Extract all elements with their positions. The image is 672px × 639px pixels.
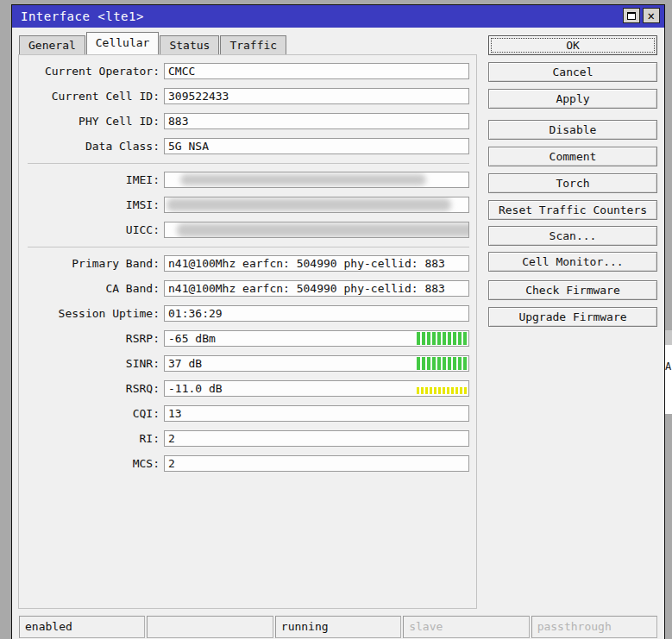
field-label: UICC: <box>19 222 164 238</box>
cellular-fields-panel: Current Operator: CMCC Current Cell ID: … <box>18 54 477 609</box>
desktop-background: Interface <lte1> ✕ General Cellular Stat… <box>0 0 672 639</box>
field-label: IMSI: <box>19 197 164 213</box>
redacted-value <box>177 223 469 237</box>
field-row: UICC: <box>19 222 469 238</box>
primary-band-input[interactable]: n41@100Mhz earfcn: 504990 phy-cellid: 88… <box>164 255 469 272</box>
disable-button[interactable]: Disable <box>488 120 657 140</box>
background-window-peek: A <box>665 330 672 414</box>
status-bar: enabled running slave passthrough <box>19 616 657 638</box>
status-slave: slave <box>403 616 529 638</box>
redacted-value <box>166 198 451 211</box>
field-value: 883 <box>168 115 188 128</box>
field-value: 309522433 <box>168 90 229 103</box>
maximize-button[interactable] <box>623 8 640 23</box>
imei-input[interactable] <box>164 172 469 188</box>
phy-cell-id-input[interactable]: 883 <box>164 113 469 129</box>
tab-general[interactable]: General <box>19 35 85 54</box>
sinr-signal-bars <box>417 357 467 370</box>
field-row: Current Operator: CMCC <box>19 63 469 79</box>
field-row: RSRQ: -11.0 dB <box>19 380 469 397</box>
rsrp-signal-bars <box>417 332 467 345</box>
section-divider <box>28 247 469 247</box>
field-row: Current Cell ID: 309522433 <box>19 88 469 104</box>
field-row: RSRP: -65 dBm <box>19 330 469 347</box>
field-label: SINR: <box>19 355 164 372</box>
field-value: 2 <box>168 457 175 470</box>
field-row: CA Band: n41@100Mhz earfcn: 504990 phy-c… <box>19 280 469 297</box>
window-title: Interface <lte1> <box>21 9 144 23</box>
upgrade-firmware-button[interactable]: Upgrade Firmware <box>488 307 657 327</box>
field-label: Session Uptime: <box>19 305 164 322</box>
tab-traffic[interactable]: Traffic <box>220 35 286 54</box>
field-row: IMSI: <box>19 197 469 213</box>
imsi-input[interactable] <box>164 197 469 213</box>
cancel-button[interactable]: Cancel <box>488 62 657 82</box>
field-value: -65 dBm <box>168 332 216 345</box>
session-uptime-input[interactable]: 01:36:29 <box>164 305 469 322</box>
data-class-input[interactable]: 5G NSA <box>164 138 469 154</box>
field-row: Primary Band: n41@100Mhz earfcn: 504990 … <box>19 255 469 272</box>
field-value: 2 <box>168 432 175 445</box>
current-operator-input[interactable]: CMCC <box>164 63 469 79</box>
field-label: RI: <box>19 430 164 447</box>
interface-window: Interface <lte1> ✕ General Cellular Stat… <box>11 4 665 639</box>
sinr-input[interactable]: 37 dB <box>164 355 469 372</box>
ri-input[interactable]: 2 <box>164 430 469 447</box>
status-enabled: enabled <box>19 616 145 638</box>
torch-button[interactable]: Torch <box>488 173 657 193</box>
background-window-text: A <box>665 345 672 414</box>
tab-status[interactable]: Status <box>160 35 219 54</box>
field-value: 5G NSA <box>168 140 209 153</box>
rsrq-signal-bars <box>417 387 467 394</box>
field-value: n41@100Mhz earfcn: 504990 phy-cellid: 88… <box>168 282 445 295</box>
rsrq-input[interactable]: -11.0 dB <box>164 380 469 397</box>
ca-band-input[interactable]: n41@100Mhz earfcn: 504990 phy-cellid: 88… <box>164 280 469 297</box>
uicc-input[interactable] <box>164 222 469 238</box>
field-value: 01:36:29 <box>168 307 223 320</box>
field-label: MCS: <box>19 455 164 472</box>
field-label: CA Band: <box>19 280 164 297</box>
redacted-value <box>180 174 426 185</box>
status-empty <box>147 616 273 638</box>
field-row: RI: 2 <box>19 430 469 447</box>
field-row: SINR: 37 dB <box>19 355 469 372</box>
status-passthrough: passthrough <box>531 616 657 638</box>
field-label: Data Class: <box>19 138 164 154</box>
field-row: PHY Cell ID: 883 <box>19 113 469 129</box>
field-label: PHY Cell ID: <box>19 113 164 129</box>
close-button[interactable]: ✕ <box>643 8 660 23</box>
section-divider <box>28 163 469 164</box>
cqi-input[interactable]: 13 <box>164 405 469 422</box>
current-cell-id-input[interactable]: 309522433 <box>164 88 469 104</box>
check-firmware-button[interactable]: Check Firmware <box>488 280 657 300</box>
comment-button[interactable]: Comment <box>488 147 657 166</box>
tab-bar: General Cellular Status Traffic <box>19 32 287 54</box>
window-titlebar[interactable]: Interface <lte1> ✕ <box>12 5 664 28</box>
mcs-input[interactable]: 2 <box>164 455 469 472</box>
field-row: MCS: 2 <box>19 455 469 472</box>
field-row: Data Class: 5G NSA <box>19 138 469 154</box>
apply-button[interactable]: Apply <box>488 89 657 109</box>
status-running: running <box>275 616 401 638</box>
field-label: Current Cell ID: <box>19 88 164 104</box>
reset-traffic-counters-button[interactable]: Reset Traffic Counters <box>488 200 657 220</box>
field-value: 37 dB <box>168 357 202 370</box>
ok-button[interactable]: OK <box>488 35 657 55</box>
field-row: IMEI: <box>19 172 469 188</box>
field-value: -11.0 dB <box>168 382 223 395</box>
field-row: CQI: 13 <box>19 405 469 422</box>
field-label: RSRQ: <box>19 380 164 397</box>
tab-cellular[interactable]: Cellular <box>86 32 160 54</box>
field-value: CMCC <box>168 65 195 78</box>
close-icon: ✕ <box>648 9 656 22</box>
field-label: CQI: <box>19 405 164 422</box>
field-label: RSRP: <box>19 330 164 347</box>
rsrp-input[interactable]: -65 dBm <box>164 330 469 347</box>
field-value: 13 <box>168 407 182 420</box>
field-label: Current Operator: <box>19 63 164 79</box>
maximize-icon <box>627 12 636 20</box>
cell-monitor-button[interactable]: Cell Monitor... <box>488 252 657 272</box>
field-value: n41@100Mhz earfcn: 504990 phy-cellid: 88… <box>168 257 445 270</box>
scan-button[interactable]: Scan... <box>488 226 657 246</box>
field-label: Primary Band: <box>19 255 164 272</box>
